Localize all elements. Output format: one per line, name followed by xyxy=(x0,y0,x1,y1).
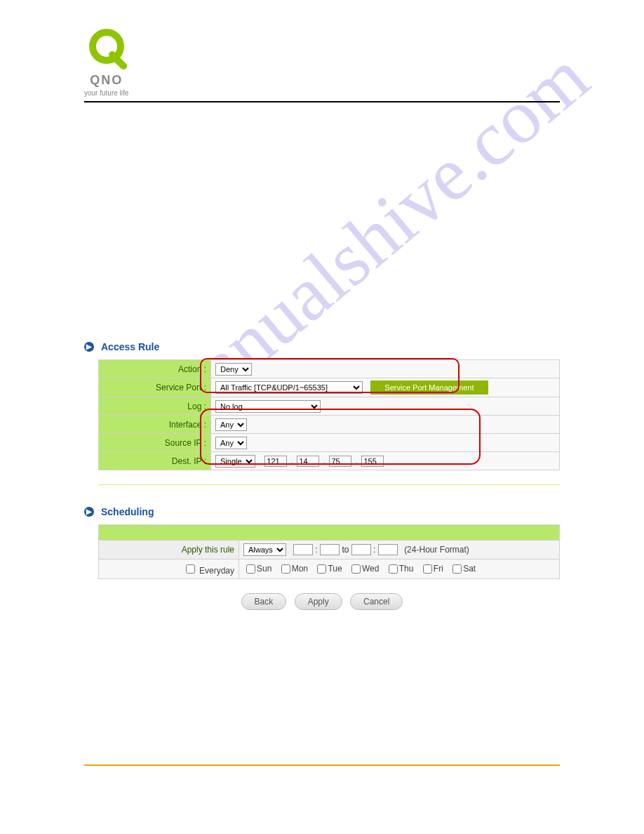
day-sat-checkbox[interactable] xyxy=(452,564,462,574)
day-fri[interactable]: Fri xyxy=(420,564,443,574)
day-wed[interactable]: Wed xyxy=(349,564,379,574)
day-tue[interactable]: Tue xyxy=(314,564,342,574)
time-to-text: to xyxy=(342,545,349,555)
day-thu-checkbox[interactable] xyxy=(389,564,398,574)
brand-name: QNO xyxy=(90,73,123,88)
log-label: Log : xyxy=(99,397,211,416)
scheduling-title: Scheduling xyxy=(101,506,154,517)
dest-ip-octet-2[interactable] xyxy=(297,456,319,467)
everyday-label[interactable]: Everyday xyxy=(183,566,234,576)
access-rule-heading: ▶ Access Rule xyxy=(84,341,560,352)
ip-dot: . xyxy=(356,456,358,466)
time-from-hour[interactable] xyxy=(293,544,313,555)
service-port-management-button[interactable]: Service Port Management xyxy=(370,380,488,395)
time-from-min[interactable] xyxy=(320,544,340,555)
qno-logo-icon xyxy=(86,28,128,70)
apply-rule-select[interactable]: Always xyxy=(243,543,286,556)
dest-ip-mode-select[interactable]: Single xyxy=(215,455,255,468)
hour-format-note: (24-Hour Format) xyxy=(404,545,469,555)
time-to-hour[interactable] xyxy=(351,544,371,555)
source-ip-select[interactable]: Any xyxy=(215,437,247,449)
scheduling-header-bar xyxy=(98,524,560,540)
brand-tagline: your future life xyxy=(84,89,128,97)
page-header: QNO your future life xyxy=(84,28,560,102)
day-sat[interactable]: Sat xyxy=(450,564,476,574)
time-colon: : xyxy=(373,545,375,555)
cancel-button[interactable]: Cancel xyxy=(350,593,403,610)
ip-dot: . xyxy=(291,456,293,466)
day-thu[interactable]: Thu xyxy=(386,564,414,574)
bullet-icon: ▶ xyxy=(84,507,94,517)
access-rule-title: Access Rule xyxy=(101,341,159,352)
day-mon-checkbox[interactable] xyxy=(281,564,290,574)
apply-button[interactable]: Apply xyxy=(295,593,342,610)
scheduling-table: Apply this rule Always : to : (24-Hour F… xyxy=(98,540,560,579)
section-divider xyxy=(98,484,560,485)
time-to-min[interactable] xyxy=(378,544,398,555)
day-wed-checkbox[interactable] xyxy=(351,564,361,574)
bullet-icon: ▶ xyxy=(84,342,94,352)
everyday-checkbox[interactable] xyxy=(186,564,195,574)
log-select[interactable]: No log xyxy=(215,400,321,413)
day-mon[interactable]: Mon xyxy=(279,564,308,574)
interface-select[interactable]: Any xyxy=(215,418,247,431)
day-tue-checkbox[interactable] xyxy=(317,564,326,574)
ip-dot: . xyxy=(323,456,326,466)
dest-ip-octet-1[interactable] xyxy=(264,456,287,467)
access-rule-table: Action : Deny Service Port : All Traffic… xyxy=(98,359,560,470)
service-port-label: Service Port : xyxy=(99,378,211,397)
action-select[interactable]: Deny xyxy=(215,363,252,376)
source-ip-label: Source IP : xyxy=(99,434,211,452)
action-label: Action : xyxy=(99,360,211,378)
day-sun[interactable]: Sun xyxy=(243,564,271,574)
interface-label: Interface : xyxy=(99,416,211,434)
dest-ip-octet-4[interactable] xyxy=(361,456,384,467)
day-sun-checkbox[interactable] xyxy=(246,564,255,574)
time-colon: : xyxy=(315,545,317,555)
footer-divider xyxy=(84,764,560,766)
scheduling-heading: ▶ Scheduling xyxy=(84,506,560,517)
service-port-select[interactable]: All Traffic [TCP&UDP/1~65535] xyxy=(215,381,363,394)
day-fri-checkbox[interactable] xyxy=(423,564,432,574)
brand-logo-block: QNO your future life xyxy=(84,28,128,97)
dest-ip-octet-3[interactable] xyxy=(329,456,351,467)
apply-rule-label: Apply this rule xyxy=(99,541,239,560)
back-button[interactable]: Back xyxy=(241,593,287,610)
action-button-row: Back Apply Cancel xyxy=(84,593,560,610)
dest-ip-label: Dest. IP : xyxy=(99,452,211,470)
